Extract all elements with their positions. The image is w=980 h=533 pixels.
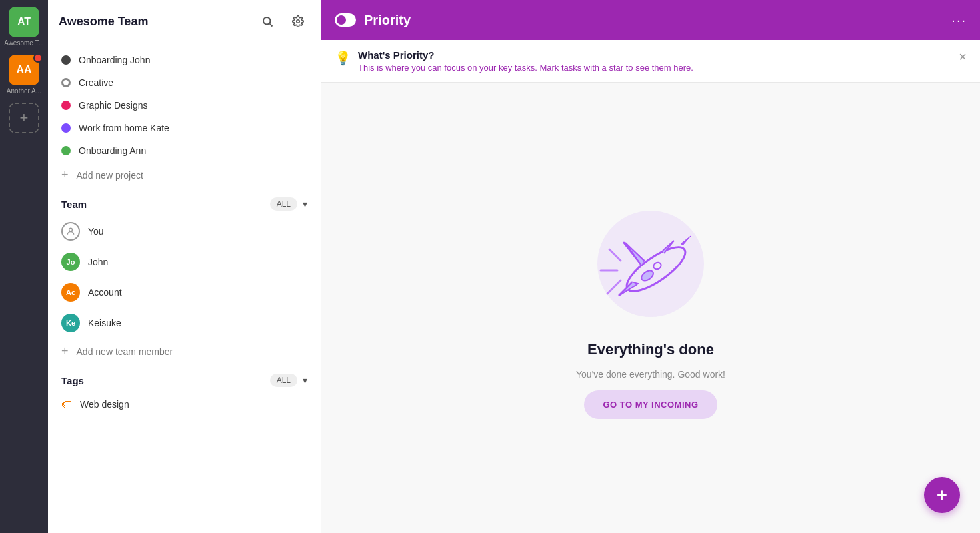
priority-toggle[interactable] [335,13,356,27]
bulb-icon: 💡 [335,50,351,66]
project-label-creative: Creative [79,77,113,88]
team-section-header: Team ALL ▾ [48,188,321,216]
tag-icon: 🏷 [61,398,72,410]
team-member-you-label: You [88,226,104,237]
tags-section-controls: ALL ▾ [270,374,307,387]
info-description: This is where you can focus on your key … [358,63,693,73]
sidebar-item-onboarding-ann[interactable]: Onboarding Ann [48,139,321,162]
project-dot-onboarding-john [61,55,71,65]
info-title: What's Priority? [358,49,693,61]
empty-state-description: You've done everything. Good work! [576,369,725,380]
main-content: Priority ··· 💡 What's Priority? This is … [321,0,980,533]
info-text: What's Priority? This is where you can f… [358,49,693,73]
avatar-you [61,222,80,241]
account-label-at: Awesome T... [4,39,44,47]
team-member-john[interactable]: Jo John [48,247,321,277]
more-options-button[interactable]: ··· [951,13,967,28]
add-project-label: Add new project [77,170,143,181]
sidebar-item-work-from-home-kate[interactable]: Work from home Kate [48,117,321,139]
fab-icon: + [937,484,947,506]
tag-web-design[interactable]: 🏷 Web design [48,392,321,416]
project-label-onboarding-john: Onboarding John [79,55,150,65]
plus-icon: + [20,109,29,127]
tags-section-chevron[interactable]: ▾ [303,375,307,386]
avatar-aa[interactable]: AA [9,55,39,85]
search-icon [261,15,273,27]
info-banner-close-button[interactable]: × [959,49,967,65]
team-member-keisuke-label: Keisuke [88,318,121,328]
project-label-onboarding-ann: Onboarding Ann [79,145,146,156]
topbar: Priority ··· [321,0,980,40]
team-section-chevron[interactable]: ▾ [303,199,307,209]
team-member-john-label: John [88,257,108,267]
project-dot-onboarding-ann [61,146,71,155]
project-dot-creative [61,78,71,87]
svg-point-2 [297,20,300,23]
settings-button[interactable] [286,9,310,33]
avatar-account: Ac [61,283,80,302]
topbar-title: Priority [364,13,943,28]
empty-state-title: Everything's done [587,341,714,358]
sidebar: Awesome Team Onboarding John [48,0,321,533]
add-account-button[interactable]: + [9,103,39,133]
project-label-graphic-designs: Graphic Designs [79,100,148,111]
tags-filter-all[interactable]: ALL [270,374,297,387]
plus-icon: + [61,168,69,182]
goto-incoming-button[interactable]: GO TO MY INCOMING [584,390,717,419]
avatar-at[interactable]: AT [9,7,39,37]
sidebar-item-creative[interactable]: Creative [48,71,321,94]
tags-section-title: Tags [61,375,84,386]
airplane-svg [584,197,717,330]
add-project-button[interactable]: + Add new project [48,162,321,188]
team-member-account[interactable]: Ac Account [48,277,321,308]
sidebar-content: Onboarding John Creative Graphic Designs… [48,43,321,533]
tag-web-design-label: Web design [80,399,129,410]
project-dot-graphic-designs [61,101,71,110]
team-section-title: Team [61,199,87,210]
info-banner: 💡 What's Priority? This is where you can… [321,40,980,83]
gear-icon [292,15,304,27]
team-filter-all[interactable]: ALL [270,197,297,211]
sidebar-item-onboarding-john[interactable]: Onboarding John [48,49,321,71]
fab-button[interactable]: + [924,477,960,513]
add-team-member-button[interactable]: + Add new team member [48,338,321,364]
info-banner-content: 💡 What's Priority? This is where you can… [335,49,693,73]
project-label-work-from-home-kate: Work from home Kate [79,123,169,133]
plus-icon-team: + [61,344,69,358]
avatar-keisuke: Ke [61,314,80,332]
svg-point-0 [263,17,271,25]
account-label-aa: Another A... [7,87,41,95]
sidebar-icon-group [255,9,310,33]
project-dot-work-from-home-kate [61,123,71,133]
svg-point-4 [597,211,704,317]
airplane-illustration [584,197,717,330]
sidebar-header: Awesome Team [48,0,321,43]
account-item-at[interactable]: AT Awesome T... [4,7,44,47]
search-button[interactable] [255,9,279,33]
tags-section-header: Tags ALL ▾ [48,364,321,392]
svg-point-3 [69,228,73,231]
team-member-you[interactable]: You [48,216,321,247]
empty-state: Everything's done You've done everything… [321,83,980,533]
add-team-member-label: Add new team member [77,346,173,357]
account-rail: AT Awesome T... AA Another A... + [0,0,48,533]
avatar-john: Jo [61,253,80,271]
sidebar-title: Awesome Team [59,15,148,29]
team-member-keisuke[interactable]: Ke Keisuke [48,308,321,338]
sidebar-item-graphic-designs[interactable]: Graphic Designs [48,94,321,117]
team-member-account-label: Account [88,287,122,298]
team-section-controls: ALL ▾ [270,197,307,211]
svg-line-1 [269,23,272,26]
account-item-aa[interactable]: AA Another A... [7,55,41,95]
